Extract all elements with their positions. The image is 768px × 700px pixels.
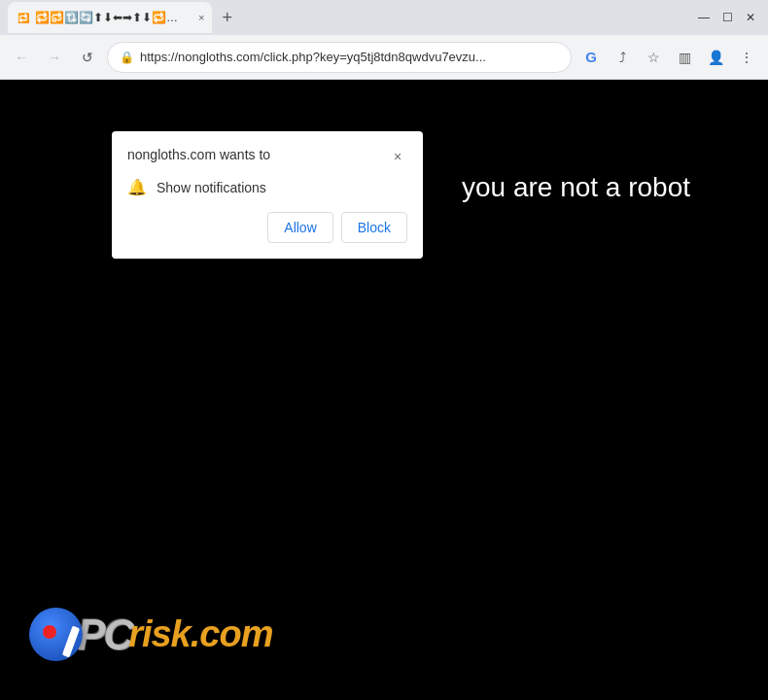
google-g-icon: G bbox=[585, 49, 597, 65]
pcrisk-risk-text: risk.com bbox=[128, 613, 272, 655]
menu-button[interactable]: ⋮ bbox=[733, 44, 760, 71]
tab-close-button[interactable]: × bbox=[198, 12, 204, 23]
pcrisk-dotcom-text: .com bbox=[191, 613, 273, 654]
popup-permission-row: 🔔 Show notifications bbox=[112, 174, 423, 212]
share-button[interactable]: ⤴ bbox=[609, 44, 636, 71]
bookmark-button[interactable]: ☆ bbox=[640, 44, 667, 71]
tab-strip: 🔁 🔁🔂🔃🔄⬆⬇⬅➡⬆⬇🔁🔂🔃🔄⬆⬇ × + bbox=[8, 2, 682, 33]
allow-button[interactable]: Allow bbox=[267, 212, 332, 243]
menu-icon: ⋮ bbox=[740, 50, 753, 65]
profile-icon: 👤 bbox=[708, 50, 724, 65]
popup-title: nongloths.com wants to bbox=[127, 147, 270, 162]
pcrisk-logo: PC risk.com bbox=[29, 608, 272, 661]
refresh-icon: ↺ bbox=[82, 50, 93, 65]
back-icon: ← bbox=[15, 50, 28, 65]
window-controls: — ☐ ✕ bbox=[694, 8, 760, 27]
address-bar: ← → ↺ 🔒 https://nongloths.com/click.php?… bbox=[0, 35, 768, 80]
popup-actions: Allow Block bbox=[112, 212, 423, 259]
toolbar-icons: G ⤴ ☆ ▥ 👤 ⋮ bbox=[577, 44, 760, 71]
browser-frame: 🔁 🔁🔂🔃🔄⬆⬇⬅➡⬆⬇🔁🔂🔃🔄⬆⬇ × + — ☐ ✕ ← → ↺ 🔒 htt… bbox=[0, 0, 768, 700]
back-button[interactable]: ← bbox=[8, 44, 35, 71]
maximize-button[interactable]: ☐ bbox=[717, 8, 737, 27]
active-tab[interactable]: 🔁 🔁🔂🔃🔄⬆⬇⬅➡⬆⬇🔁🔂🔃🔄⬆⬇ × bbox=[8, 2, 212, 33]
profile-button[interactable]: 👤 bbox=[702, 44, 729, 71]
tab-favicon: 🔁 bbox=[16, 10, 31, 25]
forward-icon: → bbox=[48, 50, 61, 65]
window-close-button[interactable]: ✕ bbox=[741, 8, 760, 27]
pcrisk-ball-icon bbox=[29, 608, 83, 661]
forward-button[interactable]: → bbox=[41, 44, 68, 71]
google-icon[interactable]: G bbox=[577, 44, 605, 71]
permission-label: Show notifications bbox=[157, 180, 266, 195]
page-content: you are not a robot PC risk.com nongloth… bbox=[0, 80, 768, 700]
notification-popup: nongloths.com wants to × 🔔 Show notifica… bbox=[112, 131, 423, 259]
bell-icon: 🔔 bbox=[127, 178, 147, 196]
pcrisk-pc-text: PC bbox=[77, 611, 132, 659]
url-text: https://nongloths.com/click.php?key=yq5t… bbox=[140, 50, 486, 64]
robot-text: you are not a robot bbox=[462, 172, 690, 203]
title-bar: 🔁 🔁🔂🔃🔄⬆⬇⬅➡⬆⬇🔁🔂🔃🔄⬆⬇ × + — ☐ ✕ bbox=[0, 0, 768, 35]
new-tab-button[interactable]: + bbox=[216, 8, 238, 28]
share-icon: ⤴ bbox=[619, 50, 626, 65]
bookmark-icon: ☆ bbox=[647, 50, 660, 65]
popup-close-button[interactable]: × bbox=[388, 147, 407, 166]
block-button[interactable]: Block bbox=[341, 212, 407, 243]
minimize-button[interactable]: — bbox=[694, 8, 714, 27]
url-bar[interactable]: 🔒 https://nongloths.com/click.php?key=yq… bbox=[107, 42, 572, 73]
sidebar-icon: ▥ bbox=[679, 50, 691, 65]
pcrisk-com-text: risk bbox=[128, 613, 191, 654]
tab-label: 🔁🔂🔃🔄⬆⬇⬅➡⬆⬇🔁🔂🔃🔄⬆⬇ bbox=[35, 11, 191, 24]
refresh-button[interactable]: ↺ bbox=[74, 44, 101, 71]
sidebar-button[interactable]: ▥ bbox=[671, 44, 698, 71]
lock-icon: 🔒 bbox=[120, 51, 134, 64]
popup-header: nongloths.com wants to × bbox=[112, 131, 423, 174]
